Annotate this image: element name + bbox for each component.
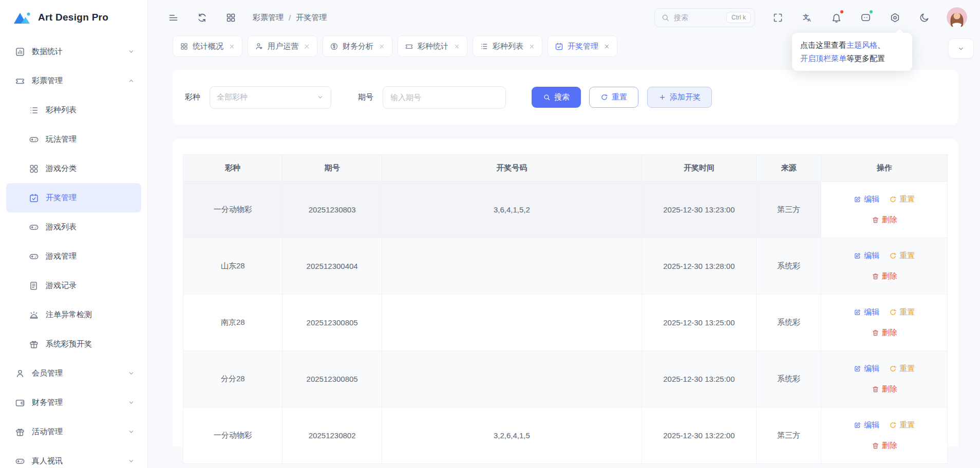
edit-button[interactable]: 编辑 [854, 420, 879, 430]
edit-button[interactable]: 编辑 [854, 251, 879, 261]
dollar-circle-icon [330, 42, 338, 51]
messages-button[interactable] [859, 11, 872, 24]
sidebar-item-game-management[interactable]: 游戏管理 [6, 242, 141, 271]
fullscreen-button[interactable] [771, 11, 784, 24]
sidebar-item-data-stats[interactable]: 数据统计 [6, 37, 141, 66]
reset-draw-button[interactable]: 重置 [889, 420, 915, 430]
close-icon[interactable] [454, 43, 460, 50]
reset-icon [889, 252, 897, 260]
edit-icon [854, 365, 861, 373]
reset-icon [889, 365, 897, 373]
sidebar-item-label: 游戏管理 [46, 251, 77, 261]
language-button[interactable] [800, 11, 814, 24]
logo-mountain-icon [13, 9, 31, 26]
sidebar-item-label: 开奖管理 [46, 193, 77, 203]
collapse-sidebar-button[interactable] [166, 11, 180, 24]
tab-finance-analysis[interactable]: 财务分析 [323, 35, 392, 57]
sidebar-item-play-management[interactable]: 玩法管理 [6, 125, 141, 154]
avatar[interactable] [947, 7, 967, 28]
tooltip-line-1: 点击这里查看主题风格、 [800, 38, 904, 52]
cell-lottery: 山东28 [183, 238, 282, 295]
issue-input[interactable] [383, 86, 506, 109]
plus-icon [658, 93, 666, 101]
delete-button[interactable]: 删除 [872, 271, 897, 281]
gamepad-icon [29, 222, 39, 232]
top-menu-link[interactable]: 开启顶栏菜单 [800, 54, 846, 63]
sidebar-item-activity-management[interactable]: 活动管理 [6, 417, 141, 446]
cell-time: 2025-12-30 13:23:00 [642, 182, 756, 238]
tab-lottery-type-list[interactable]: 彩种列表 [473, 35, 542, 57]
tab-lottery-type-stats[interactable]: 彩种统计 [398, 35, 467, 57]
lottery-select[interactable]: 全部彩种 [210, 86, 331, 109]
lottery-filter-label: 彩种 [185, 92, 200, 102]
search-input[interactable] [674, 13, 718, 22]
settings-button[interactable] [888, 11, 901, 24]
gamepad-icon [29, 134, 39, 145]
close-icon[interactable] [304, 43, 310, 50]
refresh-page-button[interactable] [195, 11, 209, 24]
delete-button[interactable]: 删除 [872, 215, 897, 225]
sidebar-item-live-casino[interactable]: 真人视讯 [6, 446, 141, 468]
close-icon[interactable] [229, 43, 235, 50]
cell-actions: 编辑 重置 删除 [821, 351, 948, 407]
breadcrumb-parent[interactable]: 彩票管理 [253, 13, 284, 23]
tabs-overflow-button[interactable] [948, 38, 974, 59]
sidebar-item-bet-anomaly-detection[interactable]: 注单异常检测 [6, 300, 141, 329]
sidebar-item-finance-management[interactable]: 财务管理 [6, 388, 141, 417]
delete-button[interactable]: 删除 [872, 384, 897, 394]
breadcrumb-current: 开奖管理 [296, 13, 327, 23]
sidebar-item-lottery-management[interactable]: 彩票管理 [6, 66, 141, 95]
add-draw-button[interactable]: 添加开奖 [647, 87, 712, 108]
close-icon[interactable] [604, 43, 610, 50]
sidebar-item-lottery-type-list[interactable]: 彩种列表 [6, 95, 141, 125]
reset-draw-button[interactable]: 重置 [889, 364, 915, 374]
tab-user-operations[interactable]: 用户运营 [248, 35, 317, 57]
bar-chart-icon [15, 47, 25, 57]
sidebar-item-system-lottery-predraw[interactable]: 系统彩预开奖 [6, 329, 141, 359]
calendar-check-icon [555, 42, 563, 51]
chevron-down-icon [316, 93, 324, 101]
gift-icon [29, 339, 39, 349]
sidebar-item-game-records[interactable]: 游戏记录 [6, 271, 141, 300]
cell-actions: 编辑 重置 删除 [821, 182, 948, 238]
edit-icon [854, 421, 861, 429]
global-search[interactable]: Ctrl k [654, 8, 755, 27]
cell-numbers [382, 238, 642, 295]
sidebar-item-game-category[interactable]: 游戏分类 [6, 154, 141, 183]
sidebar-item-game-list[interactable]: 游戏列表 [6, 212, 141, 242]
filter-panel: 彩种 全部彩种 期号 搜索 重置 添加开奖 [173, 70, 958, 125]
search-button[interactable]: 搜索 [532, 87, 581, 108]
notifications-button[interactable] [830, 11, 843, 24]
edit-button[interactable]: 编辑 [854, 364, 879, 374]
dark-mode-button[interactable] [917, 11, 931, 24]
trash-icon [872, 385, 879, 393]
close-icon[interactable] [379, 43, 385, 50]
edit-button[interactable]: 编辑 [854, 194, 879, 204]
reset-draw-button[interactable]: 重置 [889, 251, 915, 261]
tab-label: 用户运营 [268, 42, 298, 51]
cell-numbers: 3,2,6,4,1,5 [382, 407, 642, 464]
apps-menu-button[interactable] [224, 11, 237, 24]
avatar-image [947, 7, 967, 28]
edit-button[interactable]: 编辑 [854, 307, 879, 317]
issue-filter-label: 期号 [358, 92, 373, 102]
cell-time: 2025-12-30 13:25:00 [642, 295, 756, 351]
delete-button[interactable]: 删除 [872, 328, 897, 338]
close-icon[interactable] [529, 43, 535, 50]
reset-draw-button[interactable]: 重置 [889, 194, 915, 204]
theme-style-link[interactable]: 主题风格 [846, 41, 877, 49]
sidebar-item-label: 游戏列表 [46, 222, 77, 232]
notification-dot [839, 9, 844, 14]
reset-button[interactable]: 重置 [589, 87, 638, 108]
reset-draw-button[interactable]: 重置 [889, 307, 915, 317]
sidebar-item-member-management[interactable]: 会员管理 [6, 359, 141, 388]
cell-lottery: 分分28 [183, 351, 282, 407]
tab-draw-management[interactable]: 开奖管理 [548, 35, 617, 57]
tab-stats-overview[interactable]: 统计概况 [173, 35, 242, 57]
chevron-down-icon [127, 48, 135, 55]
delete-button[interactable]: 删除 [872, 441, 897, 451]
gear-icon [890, 12, 900, 23]
sidebar-item-draw-management[interactable]: 开奖管理 [6, 183, 141, 212]
cell-issue: 20251230803 [282, 182, 382, 238]
cell-issue: 202512300805 [282, 295, 382, 351]
